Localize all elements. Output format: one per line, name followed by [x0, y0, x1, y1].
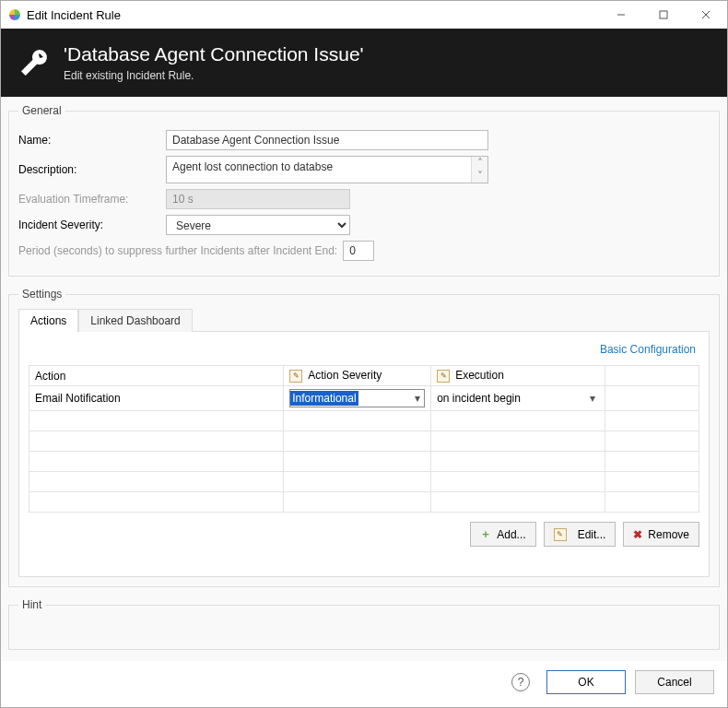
col-spacer [605, 366, 699, 386]
actions-panel: Basic Configuration Action ✎Action Sever… [18, 331, 710, 577]
edit-button[interactable]: ✎Edit... [544, 522, 616, 547]
dialog-body: General Name: Description: Agent lost co… [1, 97, 727, 661]
description-textarea[interactable]: Agent lost connection to databse [167, 157, 471, 183]
maximize-button[interactable] [642, 1, 685, 29]
settings-tabs: Actions Linked Dashboard [18, 308, 710, 331]
basic-configuration-link[interactable]: Basic Configuration [29, 341, 699, 365]
name-label: Name: [18, 134, 166, 147]
suppress-period-input [343, 241, 374, 261]
incident-severity-select[interactable]: Severe [166, 215, 350, 235]
name-input[interactable] [166, 130, 488, 150]
header-subtitle: Edit existing Incident Rule. [64, 69, 364, 82]
cell-action-severity[interactable]: Informational ▾ [284, 386, 431, 411]
suppress-period-label: Period (seconds) to suppress further Inc… [18, 244, 337, 257]
evaluation-timeframe-value: 10 s [172, 193, 194, 206]
dialog-header: 'Database Agent Connection Issue' Edit e… [1, 29, 727, 97]
severity-column-icon: ✎ [289, 370, 302, 383]
hint-group: Hint [8, 598, 720, 650]
evaluation-timeframe-select: 10 s [166, 189, 350, 209]
cancel-button[interactable]: Cancel [635, 670, 714, 694]
cell-execution[interactable]: on incident begin ▾ [431, 386, 605, 411]
chevron-down-icon[interactable]: ▾ [586, 392, 599, 405]
plus-icon: ＋ [480, 526, 491, 542]
evaluation-timeframe-label: Evaluation Timeframe: [18, 193, 166, 206]
minimize-button[interactable] [600, 1, 642, 29]
wrench-icon [18, 46, 51, 79]
col-action-severity[interactable]: ✎Action Severity [284, 366, 431, 386]
execution-value: on incident begin [437, 392, 521, 405]
edit-icon: ✎ [554, 528, 567, 541]
tab-linked-dashboard[interactable]: Linked Dashboard [78, 309, 192, 332]
add-button[interactable]: ＋Add... [470, 522, 535, 547]
settings-legend: Settings [18, 288, 65, 301]
description-scrollbar[interactable]: ˄˅ [471, 157, 487, 183]
header-title: 'Database Agent Connection Issue' [64, 43, 364, 65]
remove-icon: ✖ [633, 528, 642, 541]
chevron-down-icon[interactable]: ▾ [411, 392, 424, 405]
edit-incident-rule-window: Edit Incident Rule 'Database Agent Conne… [0, 0, 728, 708]
col-action[interactable]: Action [29, 366, 284, 386]
general-group: General Name: Description: Agent lost co… [8, 104, 720, 277]
cell-action-name[interactable]: Email Notification [29, 386, 284, 411]
execution-column-icon: ✎ [437, 370, 450, 383]
tab-actions[interactable]: Actions [18, 309, 78, 332]
table-row[interactable]: Email Notification Informational ▾ [29, 386, 699, 411]
actions-table: Action ✎Action Severity ✎Execution Email… [29, 365, 699, 513]
close-button[interactable] [685, 1, 727, 29]
window-title: Edit Incident Rule [27, 8, 600, 22]
col-execution[interactable]: ✎Execution [431, 366, 605, 386]
actions-button-row: ＋Add... ✎Edit... ✖Remove [29, 522, 699, 547]
help-icon[interactable]: ? [511, 673, 530, 691]
general-legend: General [18, 104, 65, 117]
dialog-footer: ? OK Cancel [1, 661, 727, 707]
app-logo-icon [8, 8, 21, 21]
remove-button[interactable]: ✖Remove [623, 522, 699, 547]
ok-button[interactable]: OK [546, 670, 626, 694]
description-label: Description: [18, 163, 166, 176]
incident-severity-label: Incident Severity: [18, 218, 166, 231]
cell-empty [605, 386, 699, 411]
svg-rect-1 [660, 11, 667, 18]
titlebar: Edit Incident Rule [1, 1, 727, 29]
hint-legend: Hint [18, 598, 45, 611]
settings-group: Settings Actions Linked Dashboard Basic … [8, 288, 720, 587]
action-severity-value: Informational [290, 391, 358, 406]
description-field[interactable]: Agent lost connection to databse ˄˅ [166, 156, 488, 183]
